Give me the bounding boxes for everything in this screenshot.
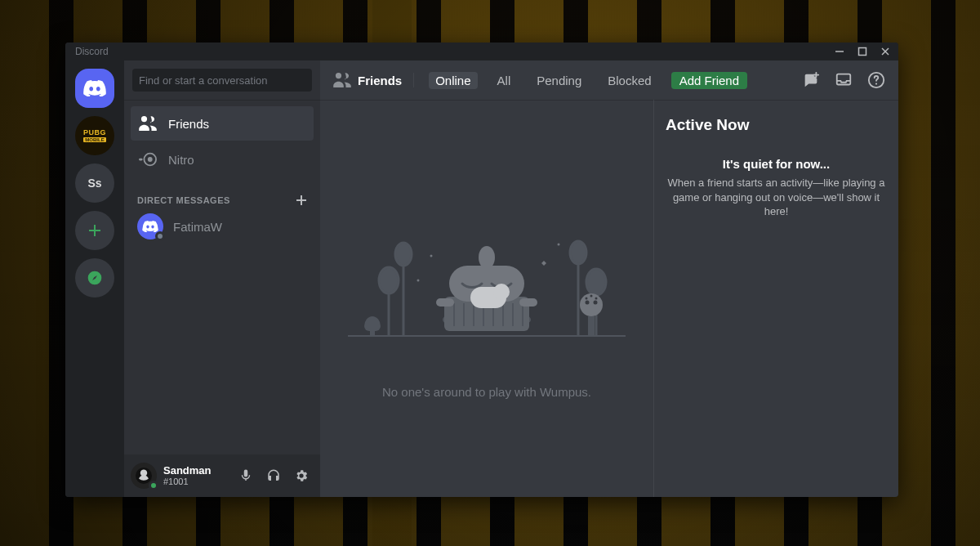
svg-point-17 bbox=[379, 267, 399, 293]
active-now-panel: Active Now It's quiet for now... When a … bbox=[653, 100, 898, 497]
search-input[interactable] bbox=[132, 69, 312, 92]
window-titlebar: Discord bbox=[65, 43, 898, 60]
friends-icon bbox=[333, 73, 351, 87]
desktop-wallpaper: Discord bbox=[0, 0, 980, 546]
server-ss[interactable]: Ss bbox=[75, 163, 114, 203]
svg-rect-44 bbox=[519, 298, 537, 307]
server-rail: PUBG MOBILE Ss bbox=[65, 60, 124, 497]
nav-nitro-label: Nitro bbox=[168, 153, 194, 167]
user-panel: Sandman #1001 bbox=[124, 454, 320, 497]
create-dm-button[interactable] bbox=[296, 195, 307, 206]
add-server-button[interactable] bbox=[75, 211, 114, 250]
svg-point-18 bbox=[395, 243, 412, 266]
plus-icon bbox=[87, 222, 103, 239]
compass-icon bbox=[87, 270, 103, 286]
microphone-icon bbox=[238, 468, 253, 483]
explore-servers-button[interactable] bbox=[75, 258, 114, 298]
svg-point-45 bbox=[430, 254, 433, 257]
discord-logo-icon bbox=[83, 80, 106, 96]
svg-point-8 bbox=[148, 157, 153, 162]
status-online-icon bbox=[149, 481, 158, 490]
server-pubg-label-bottom: MOBILE bbox=[83, 137, 105, 142]
user-name: Sandman bbox=[163, 465, 227, 477]
server-pubg-label-top: PUBG bbox=[83, 129, 106, 136]
tab-all[interactable]: All bbox=[491, 72, 518, 89]
active-now-sub-body: When a friend starts an activity—like pl… bbox=[662, 176, 890, 219]
active-now-sub-title: It's quiet for now... bbox=[662, 157, 890, 171]
svg-rect-1 bbox=[859, 48, 866, 56]
help-icon bbox=[867, 71, 885, 89]
svg-point-46 bbox=[558, 243, 560, 245]
deafen-button[interactable] bbox=[261, 463, 286, 488]
mute-button[interactable] bbox=[234, 463, 258, 488]
window-title: Discord bbox=[72, 46, 109, 57]
new-group-dm-button[interactable] bbox=[802, 71, 820, 89]
active-now-title: Active Now bbox=[662, 113, 890, 145]
tab-pending[interactable]: Pending bbox=[530, 72, 588, 89]
topbar-section-label: Friends bbox=[358, 74, 402, 87]
svg-point-15 bbox=[875, 83, 877, 84]
headphones-icon bbox=[266, 468, 281, 483]
nav-friends-label: Friends bbox=[168, 117, 209, 131]
user-avatar[interactable] bbox=[131, 463, 157, 489]
svg-point-24 bbox=[594, 300, 598, 304]
svg-point-42 bbox=[493, 284, 510, 300]
dm-sidebar: Friends Nitro DIRECT MESSAGES bbox=[124, 60, 320, 497]
empty-caption: No one's around to play with Wumpus. bbox=[382, 385, 591, 399]
svg-rect-9 bbox=[139, 159, 143, 161]
svg-point-27 bbox=[590, 294, 593, 297]
window-minimize-button[interactable] bbox=[835, 47, 846, 56]
nitro-icon bbox=[139, 152, 157, 167]
svg-rect-43 bbox=[436, 298, 454, 307]
inbox-icon bbox=[835, 71, 853, 89]
window-close-button[interactable] bbox=[880, 47, 892, 56]
svg-point-19 bbox=[570, 241, 586, 264]
main-panel: Friends Online All Pending Blocked Add F… bbox=[320, 60, 898, 497]
window-maximize-button[interactable] bbox=[858, 47, 869, 56]
svg-rect-28 bbox=[588, 316, 595, 336]
svg-point-25 bbox=[586, 297, 588, 299]
status-offline-icon bbox=[155, 231, 165, 241]
tab-online[interactable]: Online bbox=[429, 72, 477, 89]
svg-point-26 bbox=[595, 297, 598, 299]
chat-plus-icon bbox=[802, 71, 820, 89]
help-button[interactable] bbox=[867, 71, 885, 89]
gear-icon bbox=[294, 468, 309, 483]
dm-header-label: DIRECT MESSAGES bbox=[137, 195, 230, 205]
empty-state: No one's around to play with Wumpus. bbox=[320, 100, 653, 497]
svg-point-47 bbox=[417, 279, 420, 281]
home-button[interactable] bbox=[75, 69, 114, 108]
settings-button[interactable] bbox=[289, 463, 314, 488]
avatar bbox=[137, 213, 163, 239]
topbar: Friends Online All Pending Blocked Add F… bbox=[320, 60, 898, 100]
dm-item-name: FatimaW bbox=[173, 220, 222, 234]
nav-friends[interactable]: Friends bbox=[131, 106, 314, 141]
nav-nitro[interactable]: Nitro bbox=[131, 142, 314, 177]
discord-logo-icon bbox=[142, 221, 158, 232]
server-ss-initials: Ss bbox=[87, 177, 101, 190]
plus-icon bbox=[296, 195, 307, 206]
svg-point-20 bbox=[586, 269, 606, 295]
svg-rect-21 bbox=[370, 329, 375, 336]
svg-point-29 bbox=[479, 246, 495, 269]
svg-point-23 bbox=[586, 300, 590, 304]
tab-add-friend[interactable]: Add Friend bbox=[671, 72, 747, 89]
server-pubg[interactable]: PUBG MOBILE bbox=[75, 116, 114, 155]
discord-window: Discord bbox=[65, 43, 898, 497]
user-tag: #1001 bbox=[163, 477, 227, 486]
inbox-button[interactable] bbox=[835, 71, 853, 89]
dm-item[interactable]: FatimaW bbox=[131, 209, 314, 244]
wumpus-illustration bbox=[340, 199, 634, 362]
tab-blocked[interactable]: Blocked bbox=[601, 72, 657, 89]
friends-icon bbox=[139, 116, 157, 131]
